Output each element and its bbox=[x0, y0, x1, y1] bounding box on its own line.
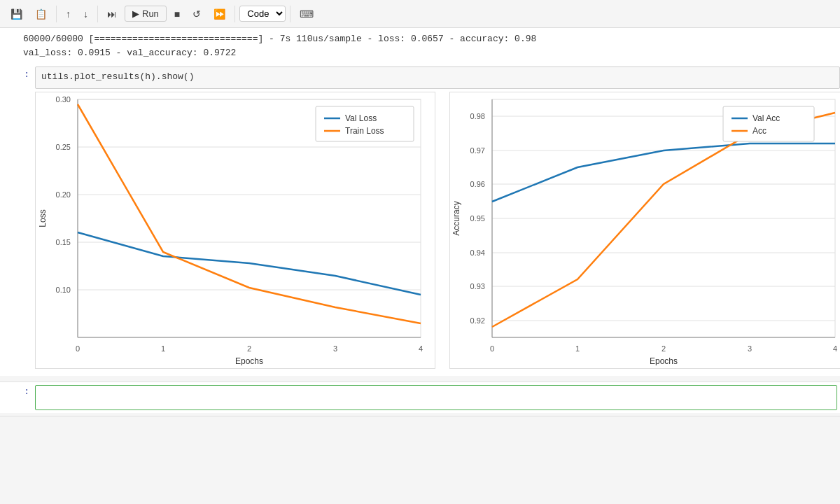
x-tick-1: 1 bbox=[161, 344, 165, 353]
y-tick-095: 0.95 bbox=[470, 214, 485, 223]
y-tick-020: 0.20 bbox=[56, 190, 71, 199]
fast-forward-button[interactable]: ⏩ bbox=[209, 6, 230, 22]
y-tick-098: 0.98 bbox=[470, 112, 485, 120]
acc-y-label: Accuracy bbox=[451, 201, 461, 235]
y-tick-093: 0.93 bbox=[470, 282, 485, 290]
save-button[interactable]: 💾 bbox=[6, 6, 27, 22]
bottom-border bbox=[0, 416, 840, 416]
acc-chart: 0.98 0.97 0.96 0.95 0.94 0.93 0.92 0 1 2… bbox=[450, 92, 840, 365]
cell-type-select[interactable]: Code bbox=[239, 6, 286, 22]
svg-rect-21 bbox=[723, 106, 814, 141]
y-tick-094: 0.94 bbox=[470, 248, 485, 257]
loss-y-label: Loss bbox=[38, 209, 48, 227]
x-tick-a1: 1 bbox=[575, 344, 580, 353]
x-tick-4: 4 bbox=[419, 344, 423, 353]
run-skip-button[interactable]: ⏭ bbox=[102, 6, 122, 22]
y-tick-096: 0.96 bbox=[470, 180, 485, 188]
svg-rect-8 bbox=[316, 106, 414, 141]
charts-area: 0.30 0.25 0.20 0.15 0.10 0 1 2 3 4 Loss … bbox=[0, 92, 840, 376]
legend-val-loss: Val Loss bbox=[345, 113, 377, 123]
y-tick-025: 0.25 bbox=[56, 143, 71, 151]
empty-cell: : bbox=[0, 382, 840, 413]
empty-cell-prompt: : bbox=[0, 382, 35, 413]
loss-chart-container: 0.30 0.25 0.20 0.15 0.10 0 1 2 3 4 Loss … bbox=[35, 92, 435, 369]
restart-button[interactable]: ↺ bbox=[188, 6, 206, 22]
copy-button[interactable]: 📋 bbox=[30, 6, 52, 22]
separator-3 bbox=[234, 6, 235, 22]
keyboard-button[interactable]: ⌨ bbox=[295, 6, 318, 22]
move-up-button[interactable]: ↑ bbox=[61, 6, 76, 22]
legend-acc: Acc bbox=[752, 126, 766, 136]
x-tick-2: 2 bbox=[247, 344, 251, 353]
y-tick-092: 0.92 bbox=[470, 316, 485, 325]
val-metrics-line: val_loss: 0.0915 - val_accuracy: 0.9722 bbox=[23, 46, 833, 60]
training-progress-line: 60000/60000 [===========================… bbox=[23, 32, 833, 46]
legend-train-loss: Train Loss bbox=[345, 126, 384, 136]
code-cell-body[interactable]: utils.plot_results(h).show() bbox=[35, 66, 840, 89]
acc-chart-container: 0.98 0.97 0.96 0.95 0.94 0.93 0.92 0 1 2… bbox=[449, 92, 840, 369]
separator-1 bbox=[56, 6, 57, 22]
move-down-button[interactable]: ↓ bbox=[78, 6, 93, 22]
acc-x-label: Epochs bbox=[650, 356, 678, 365]
stop-button[interactable]: ■ bbox=[169, 6, 185, 22]
x-tick-a4: 4 bbox=[833, 344, 837, 353]
y-tick-030: 0.30 bbox=[56, 95, 71, 104]
x-tick-3: 3 bbox=[333, 344, 337, 353]
code-text: utils.plot_results(h).show() bbox=[41, 71, 194, 82]
notebook-toolbar: 💾 📋 ↑ ↓ ⏭ ▶ Run ■ ↺ ⏩ Code ⌨ bbox=[0, 0, 840, 28]
x-tick-0: 0 bbox=[76, 344, 80, 353]
legend-val-acc: Val Acc bbox=[752, 113, 780, 123]
code-cell: : utils.plot_results(h).show() bbox=[0, 64, 840, 92]
loss-x-label: Epochs bbox=[235, 356, 263, 365]
x-tick-a2: 2 bbox=[662, 344, 666, 353]
y-tick-010: 0.10 bbox=[56, 286, 71, 294]
training-output: 60000/60000 [===========================… bbox=[0, 28, 840, 64]
y-tick-097: 0.97 bbox=[470, 146, 485, 155]
run-icon: ▶ bbox=[132, 8, 139, 19]
x-tick-a3: 3 bbox=[748, 344, 752, 353]
run-label: Run bbox=[142, 8, 159, 19]
separator-4 bbox=[290, 6, 290, 22]
x-tick-a0: 0 bbox=[490, 344, 494, 353]
run-button[interactable]: ▶ Run bbox=[125, 6, 167, 22]
separator-2 bbox=[97, 6, 98, 22]
cell-prompt: : bbox=[0, 66, 35, 80]
y-tick-015: 0.15 bbox=[56, 238, 71, 246]
loss-chart: 0.30 0.25 0.20 0.15 0.10 0 1 2 3 4 Loss … bbox=[36, 92, 435, 365]
empty-cell-body[interactable] bbox=[35, 385, 837, 410]
